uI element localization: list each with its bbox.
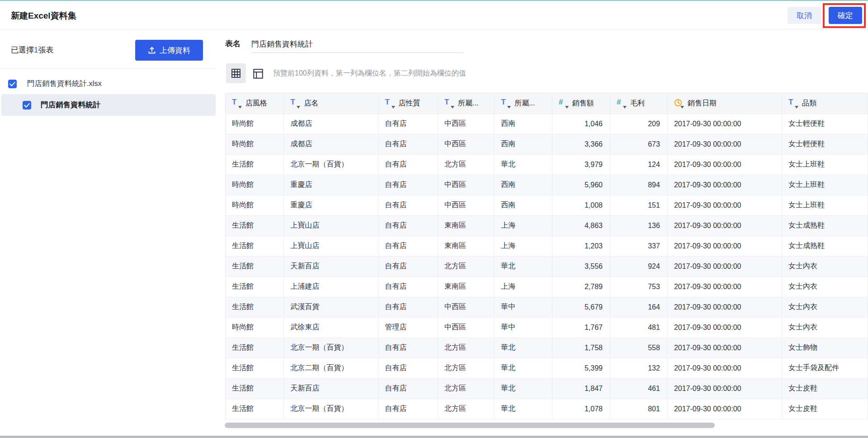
table-cell: 中西區 (438, 297, 494, 317)
column-header-1[interactable]: T店名 (284, 93, 378, 114)
table-cell: 1,203 (552, 236, 610, 256)
table-cell: 924 (610, 256, 667, 276)
text-type-icon: T (290, 98, 298, 109)
sheet-item-label: 門店銷售資料統計 (41, 100, 100, 110)
table-cell: 管理店 (378, 317, 438, 338)
table-cell: 女士手袋及配件 (782, 358, 868, 378)
column-header-label: 毛利 (630, 99, 645, 108)
table-cell: 生活館 (226, 154, 284, 175)
sort-caret-icon (392, 106, 395, 109)
new-excel-dataset-dialog: 新建Excel資料集 取消 確定 已選擇1張表 上傳資料 門店銷售資料統計.xl… (0, 0, 868, 438)
file-item-label: 門店銷售資料統計.xlsx (27, 79, 102, 89)
table-cell: 生活館 (226, 399, 284, 419)
table-cell: 自有店 (378, 378, 438, 399)
table-cell: 124 (610, 154, 667, 175)
sort-caret-icon (297, 106, 300, 109)
table-cell: 5,399 (552, 358, 610, 378)
selected-tables-count: 已選擇1張表 (11, 45, 53, 55)
column-header-label: 銷售日期 (688, 99, 717, 108)
table-row: 時尚館重慶店自有店中西區西南5,9608942017-09-30 00:00:0… (226, 175, 868, 195)
table-cell: 華北 (495, 154, 552, 175)
table-cell: 2017-09-30 00:00:00 (667, 215, 782, 236)
column-header-7[interactable]: 銷售日期 (667, 93, 782, 114)
column-header-0[interactable]: T店風格 (226, 93, 284, 114)
column-header-label: 銷售額 (572, 99, 594, 108)
table-cell: 164 (610, 297, 667, 317)
table-cell: 華中 (495, 297, 552, 317)
table-cell: 生活館 (226, 338, 284, 358)
table-name-input[interactable] (251, 35, 463, 53)
table-cell: 華北 (495, 358, 552, 378)
table-cell: 生活館 (226, 297, 284, 317)
table-cell: 461 (610, 378, 667, 399)
table-row: 時尚館重慶店自有店中西區西南1,0081512017-09-30 00:00:0… (226, 195, 868, 215)
column-header-label: 店風格 (245, 99, 267, 108)
table-cell: 北方區 (438, 338, 494, 358)
grid-view-toggle[interactable] (226, 63, 246, 83)
table-cell: 自有店 (378, 154, 438, 175)
table-cell: 女士成熟鞋 (782, 215, 868, 236)
table-cell: 上海 (495, 276, 552, 297)
table-cell: 時尚館 (226, 134, 284, 154)
table-cell: 北京一期（百貨） (284, 154, 378, 175)
table-cell: 北方區 (438, 378, 494, 399)
text-type-icon: T (385, 98, 393, 109)
table-cell: 3,556 (552, 256, 610, 276)
table-cell: 西南 (495, 114, 552, 134)
column-header-8[interactable]: T品類 (782, 93, 868, 114)
table-cell: 天新百店 (284, 256, 378, 276)
table-cell: 自有店 (378, 215, 438, 236)
table-cell: 女士上班鞋 (782, 195, 868, 215)
table-cell: 自有店 (378, 134, 438, 154)
sort-caret-icon (795, 106, 798, 109)
table-cell: 1,847 (552, 378, 610, 399)
header-row-view-toggle[interactable] (250, 66, 266, 81)
column-header-4[interactable]: T所屬... (495, 93, 552, 114)
sidebar-sheet-item-selected[interactable]: 門店銷售資料統計 (1, 94, 216, 116)
table-cell: 上海 (495, 215, 552, 236)
table-cell: 上寶山店 (284, 215, 378, 236)
table-row: 時尚館成都店自有店中西區西南1,0462092017-09-30 00:00:0… (226, 114, 868, 134)
table-row: 時尚館成都店自有店中西區西南3,3666732017-09-30 00:00:0… (226, 134, 868, 154)
table-cell: 上浦建店 (284, 276, 378, 297)
table-cell: 華北 (495, 399, 552, 419)
sidebar-file-item[interactable]: 門店銷售資料統計.xlsx (8, 77, 207, 90)
sort-caret-icon (565, 106, 569, 109)
table-cell: 337 (610, 236, 667, 256)
sort-caret-icon (451, 106, 454, 109)
table-cell: 時尚館 (226, 317, 284, 338)
column-header-label: 店性質 (399, 99, 420, 108)
table-row: 生活館北京一期（百貨）自有店北方區華北1,0788012017-09-30 00… (226, 399, 868, 419)
table-cell: 2017-09-30 00:00:00 (667, 317, 782, 338)
horizontal-scrollbar[interactable] (225, 423, 715, 428)
table-cell: 2017-09-30 00:00:00 (667, 256, 782, 276)
column-header-6[interactable]: #毛利 (610, 93, 667, 114)
table-cell: 時尚館 (226, 114, 284, 134)
table-cell: 5,679 (552, 297, 610, 317)
table-cell: 女士上班鞋 (782, 154, 868, 175)
table-cell: 自有店 (378, 276, 438, 297)
table-cell: 上寶山店 (284, 236, 378, 256)
table-cell: 1,008 (552, 195, 610, 215)
table-cell: 2017-09-30 00:00:00 (667, 134, 782, 154)
table-cell: 自有店 (378, 195, 438, 215)
file-checkbox[interactable] (8, 80, 17, 88)
column-header-2[interactable]: T店性質 (378, 93, 438, 114)
sheet-checkbox[interactable] (23, 101, 31, 110)
table-cell: 中西區 (438, 317, 494, 338)
table-cell: 重慶店 (284, 195, 378, 215)
upload-data-button[interactable]: 上傳資料 (135, 40, 203, 61)
preview-hint-text: 預覽前100列資料，第一列為欄位名，第二列開始為欄位的值 (273, 69, 466, 78)
table-cell: 女士皮鞋 (782, 399, 868, 419)
column-header-5[interactable]: #銷售額 (552, 93, 610, 114)
column-header-3[interactable]: T所屬... (438, 93, 494, 114)
table-row: 生活館北京一期（百貨）自有店北方區華北1,7585582017-09-30 00… (226, 338, 868, 358)
table-cell: 華北 (495, 338, 552, 358)
table-cell: 自有店 (378, 358, 438, 378)
table-row: 生活館上寶山店自有店東南區上海4,8631362017-09-30 00:00:… (226, 215, 868, 236)
upload-icon (148, 46, 156, 54)
table-cell: 生活館 (226, 378, 284, 399)
table-cell: 自有店 (378, 175, 438, 195)
confirm-button[interactable]: 確定 (829, 7, 862, 24)
cancel-button[interactable]: 取消 (788, 7, 821, 24)
